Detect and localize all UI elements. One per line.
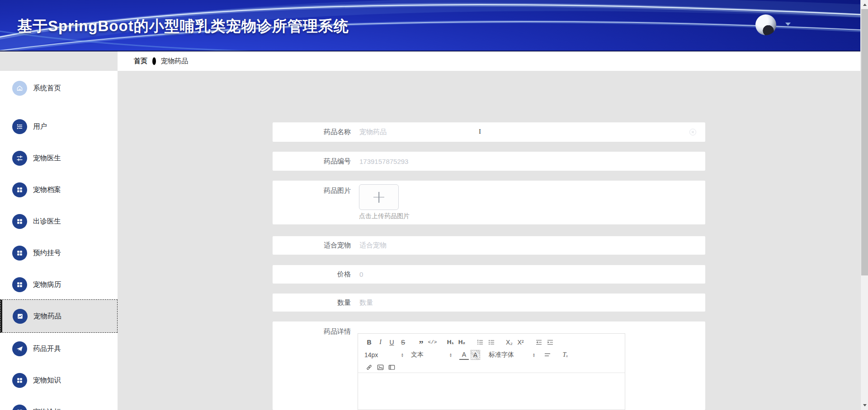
superscript-button[interactable]: X²: [516, 337, 525, 347]
sidebar-item-appointment[interactable]: 预约挂号: [0, 236, 118, 270]
form-row-medicine-image: 药品图片 点击上传药品图片: [273, 181, 705, 224]
video-icon[interactable]: [387, 363, 396, 373]
upload-hint: 点击上传药品图片: [359, 212, 410, 220]
text-type-value: 文本: [411, 351, 424, 359]
send-icon: [12, 341, 27, 356]
medicine-name-input[interactable]: 宠物药品: [359, 122, 705, 142]
background-color-button[interactable]: A: [471, 350, 480, 360]
sidebar-item-label: 宠物档案: [33, 185, 61, 195]
app-header: 基于SpringBoot的小型哺乳类宠物诊所管理系统: [0, 0, 868, 51]
heading2-button[interactable]: H₂: [457, 337, 467, 347]
input-placeholder: 0: [359, 270, 363, 278]
bold-button[interactable]: B: [364, 337, 374, 347]
font-size-value: 14px: [364, 351, 378, 359]
breadcrumb-current: 宠物药品: [161, 57, 188, 65]
field-label: 药品图片: [273, 181, 351, 195]
input-placeholder: 适合宠物: [359, 241, 387, 250]
editor-content-area[interactable]: [358, 373, 625, 410]
trend-chart-icon: [13, 309, 28, 324]
unordered-list-icon[interactable]: [486, 337, 496, 347]
image-upload-button[interactable]: [359, 184, 399, 210]
rich-text-editor: B I U S ” </> H₁ H₂ X₂ X²: [358, 333, 625, 410]
font-family-select[interactable]: 标准字体: [489, 351, 536, 359]
sidebar-item-pet-doctor[interactable]: 宠物医生: [0, 141, 118, 175]
code-button[interactable]: </>: [428, 337, 437, 347]
scroll-down-button[interactable]: [861, 401, 868, 409]
grid-icon: [12, 214, 27, 229]
align-icon[interactable]: [542, 350, 552, 360]
font-color-button[interactable]: A: [459, 350, 469, 360]
font-size-select[interactable]: 14px: [364, 351, 404, 359]
sidebar-item-pet-archive[interactable]: 宠物档案: [0, 173, 118, 206]
blockquote-button[interactable]: ”: [416, 337, 426, 347]
subscript-button[interactable]: X₂: [505, 337, 514, 347]
sidebar: 系统首页 用户 宠物医生 宠物档案 出诊医生: [0, 71, 118, 410]
suitable-pet-input[interactable]: 适合宠物: [359, 236, 705, 255]
price-input[interactable]: 0: [359, 265, 705, 284]
spinner-icon: [449, 353, 453, 357]
caret-down-icon[interactable]: [785, 23, 791, 26]
sidebar-item-pet-forum[interactable]: 宠物论坛: [0, 395, 118, 410]
app-title: 基于SpringBoot的小型哺乳类宠物诊所管理系统: [17, 16, 349, 37]
scrollbar-thumb[interactable]: [861, 9, 868, 275]
text-cursor-icon: [479, 128, 481, 135]
sidebar-item-medical-record[interactable]: 宠物病历: [0, 268, 118, 301]
spinner-icon: [532, 353, 536, 357]
page-scrollbar[interactable]: [860, 0, 868, 410]
sidebar-item-label: 宠物论坛: [33, 407, 61, 410]
form-row-suitable-pet: 适合宠物 适合宠物: [273, 236, 705, 255]
quantity-input[interactable]: 数量: [359, 294, 705, 312]
image-icon[interactable]: [376, 363, 385, 373]
sidebar-item-label: 宠物知识: [33, 376, 61, 385]
underline-button[interactable]: U: [387, 337, 396, 347]
sidebar-item-home[interactable]: 系统首页: [0, 71, 118, 105]
scroll-up-button[interactable]: [861, 1, 868, 9]
italic-button[interactable]: I: [376, 337, 385, 347]
sidebar-item-users[interactable]: 用户: [0, 110, 118, 143]
input-placeholder: 宠物药品: [359, 128, 387, 136]
clear-input-icon[interactable]: [689, 129, 696, 135]
sidebar-item-prescription[interactable]: 药品开具: [0, 332, 118, 365]
user-avatar[interactable]: [755, 14, 776, 35]
grid-icon: [12, 277, 27, 292]
field-label: 适合宠物: [273, 241, 351, 250]
home-icon: [12, 81, 27, 96]
breadcrumb: 首页 宠物药品: [118, 51, 860, 71]
clear-format-button[interactable]: Tₓ: [561, 350, 570, 360]
field-label: 价格: [273, 270, 351, 279]
input-placeholder: 数量: [359, 298, 373, 307]
strikethrough-button[interactable]: S: [398, 337, 408, 347]
sidebar-item-label: 药品开具: [33, 344, 61, 354]
text-type-select[interactable]: 文本: [411, 351, 453, 359]
field-label: 药品详情: [273, 321, 351, 336]
indent-decrease-icon[interactable]: [534, 337, 543, 347]
input-placeholder: 1739157875293: [359, 158, 408, 165]
heading1-button[interactable]: H₁: [446, 337, 455, 347]
page: 基于SpringBoot的小型哺乳类宠物诊所管理系统 首页 宠物药品 系统首页 …: [0, 0, 868, 410]
sidebar-item-label: 宠物医生: [33, 154, 61, 163]
ordered-list-icon[interactable]: [475, 337, 485, 347]
sliders-icon: [12, 151, 27, 166]
breadcrumb-home[interactable]: 首页: [134, 57, 147, 65]
field-label: 数量: [273, 298, 351, 307]
sidebar-item-visiting-doctor[interactable]: 出诊医生: [0, 205, 118, 238]
editor-toolbar: B I U S ” </> H₁ H₂ X₂ X²: [358, 334, 625, 373]
field-label: 药品名称: [273, 128, 351, 136]
font-family-value: 标准字体: [489, 351, 514, 359]
form-row-medicine-number: 药品编号 1739157875293: [273, 152, 705, 171]
grid-icon: [12, 405, 27, 410]
grid-icon: [12, 373, 27, 388]
sidebar-item-pet-knowledge[interactable]: 宠物知识: [0, 363, 118, 397]
list-icon: [12, 119, 27, 134]
sidebar-item-label: 用户: [33, 122, 47, 131]
link-icon[interactable]: [364, 363, 374, 373]
grid-icon: [12, 246, 27, 261]
indent-increase-icon[interactable]: [545, 337, 555, 347]
grid-icon: [12, 182, 27, 197]
sidebar-item-pet-medicine[interactable]: 宠物药品: [0, 299, 118, 333]
sidebar-item-label: 预约挂号: [33, 248, 61, 258]
sidebar-item-label: 出诊医生: [33, 217, 61, 226]
spinner-icon: [401, 353, 404, 357]
medicine-number-input[interactable]: 1739157875293: [359, 152, 705, 171]
field-label: 药品编号: [273, 157, 351, 166]
